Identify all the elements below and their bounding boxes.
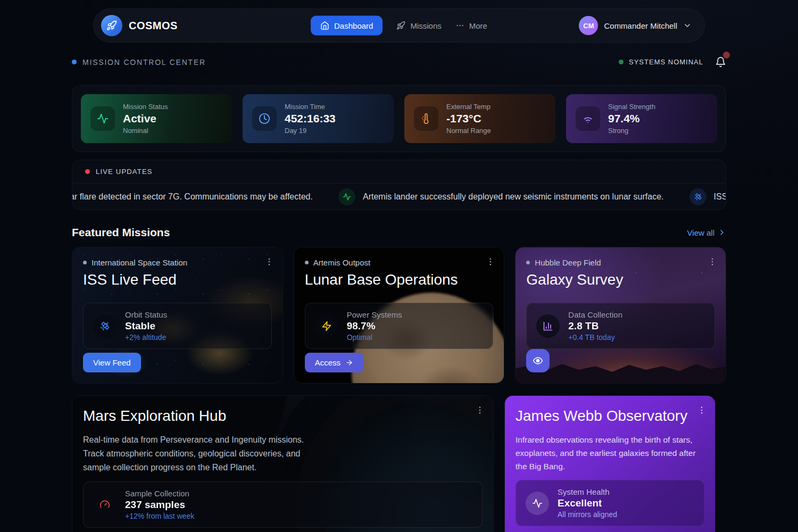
activity-icon — [338, 188, 355, 205]
access-button[interactable]: Access — [305, 353, 363, 372]
blue-dot — [72, 60, 77, 64]
clock-icon — [252, 106, 277, 131]
view-all-label: View all — [687, 228, 714, 237]
nav-item-dashboard[interactable]: Dashboard — [311, 16, 383, 36]
button-label: View Feed — [93, 358, 131, 367]
nav-menu: Dashboard Missions More — [311, 16, 487, 36]
notifications-button[interactable] — [715, 56, 726, 68]
stat-value: Stable — [125, 320, 167, 332]
ticker-text: Solar flare detected in sector 7G. Commu… — [72, 192, 313, 202]
nav-item-missions[interactable]: Missions — [396, 21, 441, 30]
stat-value: 2.8 TB — [568, 320, 622, 332]
mission-card-galaxy: Hubble Deep Field Galaxy Survey Data Col… — [515, 247, 726, 384]
page-title: MISSION CONTROL CENTER — [82, 58, 206, 66]
top-navbar: COSMOS Dashboard Missions More CM Comman… — [93, 9, 705, 43]
satellite-icon — [689, 188, 706, 205]
stat-sub: Optimal — [347, 333, 402, 342]
chevron-down-icon — [683, 21, 692, 30]
section-title: Featured Missions — [72, 226, 170, 239]
stat-sub: +2% altitude — [125, 333, 167, 342]
stat-value: Excellent — [558, 497, 617, 509]
thermometer-icon — [414, 106, 438, 131]
nav-item-label: Dashboard — [334, 21, 373, 30]
mission-title: ISS Live Feed — [83, 271, 272, 288]
stat-label: Signal Strength — [608, 103, 655, 111]
stat-label: Data Collection — [568, 310, 622, 319]
stat-value: 452:16:33 — [285, 112, 336, 125]
live-updates-panel: LIVE UPDATES Solar flare detected in sec… — [72, 160, 726, 210]
tag-dot — [305, 261, 309, 264]
eye-icon — [533, 355, 543, 366]
stat-sub: Day 19 — [285, 127, 336, 135]
activity-icon — [90, 106, 115, 131]
bottom-cards: Mars Exploration Hub Real-time data from… — [72, 395, 726, 532]
mission-tag: Artemis Outpost — [313, 258, 371, 267]
stat-label: Orbit Status — [125, 310, 167, 319]
system-status-label: SYSTEMS NOMINAL — [629, 58, 703, 66]
kebab-menu-icon[interactable] — [708, 257, 717, 267]
kebab-menu-icon[interactable] — [486, 257, 495, 267]
featured-missions-header: Featured Missions View all — [72, 226, 726, 239]
stat-sub: +0.4 TB today — [568, 333, 622, 342]
status-bar: MISSION CONTROL CENTER SYSTEMS NOMINAL — [72, 56, 726, 68]
green-dot — [619, 60, 624, 64]
card-description: Infrared observations revealing the birt… — [516, 433, 704, 473]
gauge-icon — [93, 493, 117, 516]
stat-value: 237 samples — [125, 499, 194, 511]
mission-tag: Hubble Deep Field — [535, 258, 601, 267]
ticker-item: Artemis lander successfully deployed new… — [338, 188, 664, 205]
mission-title: Lunar Base Operations — [305, 271, 494, 288]
stat-sub: All mirrors aligned — [558, 510, 617, 519]
preview-button[interactable] — [526, 349, 550, 372]
rocket-icon — [396, 21, 405, 30]
stat-card-signal-strength: Signal Strength 97.4% Strong — [566, 94, 717, 143]
stat-sub: Normal Range — [446, 127, 491, 135]
stat-label: Power Systems — [347, 310, 402, 319]
red-dot — [85, 169, 90, 174]
stat-sub: +12% from last week — [125, 512, 194, 520]
live-updates-title: LIVE UPDATES — [96, 168, 153, 176]
stat-sub: Strong — [608, 127, 655, 135]
stat-card-mission-status: Mission Status Active Nominal — [81, 94, 232, 143]
mission-stat-panel: Power Systems 98.7% Optimal — [305, 303, 494, 349]
tag-dot — [526, 261, 530, 264]
stat-sub: Nominal — [123, 127, 168, 135]
featured-cards: International Space Station ISS Live Fee… — [72, 247, 726, 384]
stat-label: External Temp — [446, 103, 491, 111]
kebab-menu-icon[interactable] — [475, 405, 485, 415]
stat-label: Mission Status — [123, 103, 168, 111]
view-all-link[interactable]: View all — [687, 228, 726, 237]
card-description: Real-time data from Perseverance and Ing… — [83, 433, 325, 475]
card-title: Mars Exploration Hub — [83, 408, 483, 425]
nav-item-label: More — [469, 21, 487, 30]
wifi-icon — [576, 106, 600, 131]
button-label: Access — [315, 358, 340, 367]
user-name: Commander Mitchell — [604, 21, 677, 30]
ticker-text: Artemis lander successfully deployed new… — [363, 192, 664, 202]
nav-item-more[interactable]: More — [455, 21, 487, 30]
kebab-menu-icon[interactable] — [697, 405, 706, 415]
chevron-right-icon — [718, 228, 726, 237]
ticker-text: ISS crew completes critical EVA repairs … — [714, 192, 726, 202]
nav-item-label: Missions — [410, 21, 441, 30]
stat-label: System Health — [558, 487, 617, 496]
home-icon — [320, 21, 329, 30]
mission-card-lunar: Artemis Outpost Lunar Base Operations Po… — [294, 247, 505, 384]
ticker-item: ISS crew completes critical EVA repairs … — [689, 188, 726, 205]
mars-exploration-card: Mars Exploration Hub Real-time data from… — [72, 395, 494, 532]
stats-panel: Mission Status Active Nominal Mission Ti… — [72, 85, 726, 152]
mission-stat-panel: Orbit Status Stable +2% altitude — [83, 303, 272, 349]
view-feed-button[interactable]: View Feed — [83, 353, 141, 372]
stat-value: Active — [123, 112, 168, 125]
jwst-stat-panel: System Health Excellent All mirrors alig… — [516, 480, 704, 526]
satellite-icon — [93, 314, 117, 338]
mission-stat-panel: Data Collection 2.8 TB +0.4 TB today — [526, 303, 715, 349]
user-menu[interactable]: CM Commander Mitchell — [579, 16, 697, 35]
brand: COSMOS — [101, 15, 178, 36]
system-status-badge: SYSTEMS NOMINAL — [619, 58, 703, 66]
brand-name: COSMOS — [129, 20, 178, 32]
mission-title: Galaxy Survey — [526, 271, 715, 288]
mission-card-iss: International Space Station ISS Live Fee… — [72, 247, 283, 384]
kebab-menu-icon[interactable] — [264, 257, 274, 267]
james-webb-card: James Webb Observatory Infrared observat… — [504, 395, 716, 532]
